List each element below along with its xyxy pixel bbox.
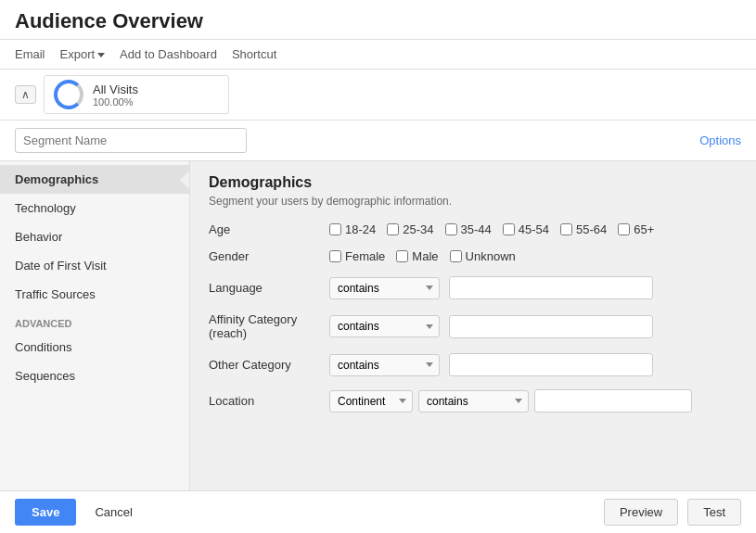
age-checkbox-18-24[interactable]: 18-24: [329, 222, 376, 236]
segment-circle-icon: [54, 80, 83, 109]
bottom-bar: Save Cancel Preview Test: [0, 490, 756, 533]
sidebar-item-date-of-first-visit[interactable]: Date of First Visit: [0, 251, 189, 280]
age-checkbox-55-64[interactable]: 55-64: [560, 222, 607, 236]
age-checkbox-group: 18-24 25-34 35-44 45-54 55-64: [329, 222, 654, 236]
test-button[interactable]: Test: [687, 499, 741, 526]
gender-label: Gender: [209, 249, 320, 263]
save-button[interactable]: Save: [15, 499, 76, 526]
shortcut-button[interactable]: Shortcut: [232, 44, 286, 65]
sidebar-item-technology[interactable]: Technology: [0, 194, 189, 222]
segment-name-row: Options: [0, 121, 756, 161]
language-row: Language contains does not contain exact…: [209, 276, 737, 299]
gender-checkbox-unknown[interactable]: Unknown: [450, 249, 516, 263]
advanced-section-label: Advanced: [0, 309, 189, 333]
sidebar: Demographics Technology Behavior Date of…: [0, 161, 190, 533]
affinity-label: Affinity Category(reach): [209, 312, 320, 340]
segment-pill: All Visits 100.00%: [44, 75, 229, 114]
segment-bar: ∧ All Visits 100.00%: [0, 70, 756, 121]
segment-collapse-button[interactable]: ∧: [15, 85, 36, 104]
affinity-contains-select[interactable]: contains does not contain exactly matche…: [329, 315, 440, 337]
location-row: Location Continent Country Region City c…: [209, 389, 737, 412]
age-checkbox-25-34[interactable]: 25-34: [387, 222, 433, 236]
other-value-input[interactable]: [449, 353, 653, 376]
sidebar-item-behavior[interactable]: Behavior: [0, 222, 189, 251]
email-button[interactable]: Email: [15, 44, 55, 65]
gender-checkbox-male[interactable]: Male: [396, 249, 438, 263]
language-value-input[interactable]: [449, 276, 653, 299]
toolbar: Email Export Add to Dashboard Shortcut: [0, 39, 756, 70]
age-label: Age: [209, 222, 320, 236]
location-value-input[interactable]: [534, 389, 692, 412]
content-subtitle: Segment your users by demographic inform…: [209, 195, 737, 208]
language-contains-select[interactable]: contains does not contain exactly matche…: [329, 277, 440, 299]
page-title: Audience Overview: [0, 0, 756, 39]
age-checkbox-45-54[interactable]: 45-54: [503, 222, 549, 236]
segment-percentage: 100.00%: [93, 96, 138, 108]
location-label: Location: [209, 394, 320, 408]
export-button[interactable]: Export: [60, 44, 115, 65]
age-row: Age 18-24 25-34 35-44 45-54: [209, 222, 737, 236]
segment-name: All Visits: [93, 82, 138, 96]
affinity-row: Affinity Category(reach) contains does n…: [209, 312, 737, 340]
affinity-value-input[interactable]: [449, 315, 653, 338]
language-label: Language: [209, 281, 320, 295]
gender-row: Gender Female Male Unknown: [209, 249, 737, 263]
sidebar-item-conditions[interactable]: Conditions: [0, 333, 189, 362]
options-link[interactable]: Options: [699, 133, 741, 147]
other-category-label: Other Category: [209, 358, 320, 372]
age-checkbox-65-plus[interactable]: 65+: [618, 222, 654, 236]
age-checkbox-35-44[interactable]: 35-44: [445, 222, 492, 236]
main-layout: Demographics Technology Behavior Date of…: [0, 161, 756, 533]
cancel-button[interactable]: Cancel: [85, 499, 141, 526]
other-contains-select[interactable]: contains does not contain exactly matche…: [329, 354, 440, 376]
sidebar-item-demographics[interactable]: Demographics: [0, 165, 189, 194]
add-to-dashboard-button[interactable]: Add to Dashboard: [120, 44, 226, 65]
location-type-select[interactable]: Continent Country Region City: [329, 390, 413, 412]
content-title: Demographics: [209, 174, 737, 191]
preview-button[interactable]: Preview: [604, 499, 678, 526]
sidebar-item-traffic-sources[interactable]: Traffic Sources: [0, 280, 189, 309]
other-category-row: Other Category contains does not contain…: [209, 353, 737, 376]
sidebar-item-sequences[interactable]: Sequences: [0, 362, 189, 390]
content-area: Demographics Segment your users by demog…: [190, 161, 756, 533]
location-contains-select[interactable]: contains does not contain exactly matche…: [418, 390, 529, 412]
segment-name-input[interactable]: [15, 128, 247, 153]
gender-checkbox-group: Female Male Unknown: [329, 249, 516, 263]
chevron-down-icon: [97, 53, 105, 57]
gender-checkbox-female[interactable]: Female: [329, 249, 385, 263]
